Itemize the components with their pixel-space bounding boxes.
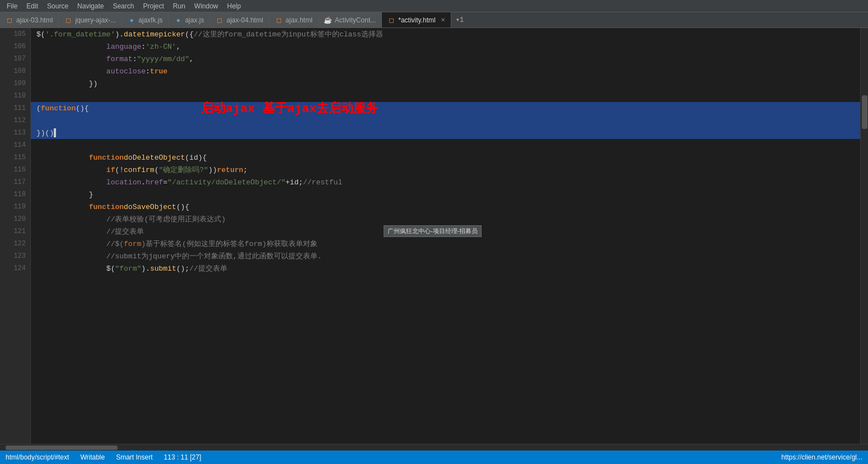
code-line-109: }) [31,77,860,90]
code-line-118: } [31,188,860,201]
tab-label: ajax-03.html [16,16,53,24]
menu-navigate[interactable]: Navigate [73,1,108,11]
statusbar-path: html/body/script/#text [6,453,69,461]
line-num-123: 123 [0,250,30,262]
line-num-115: 115 [0,151,30,164]
menubar: File Edit Source Navigate Search Project… [0,0,868,12]
tab-activitycont[interactable]: ☕ ActivityCont... [319,12,382,28]
code-line-116: if(!confirm("确定删除吗?"))return; [31,164,860,176]
code-line-120: //表单校验(可考虑使用正则表达式) [31,213,860,225]
java-icon: ☕ [324,16,332,24]
code-line-111: (function(){ 启动ajax 基于ajax去启动服务 [31,102,860,114]
tab-jquery-ajax[interactable]: ◻ jquery-ajax-... [59,12,122,28]
statusbar-position: 113 : 11 [27] [164,453,202,461]
code-line-122: //$(form)基于标签名(例如这里的标签名form)称获取表单对象 [31,238,860,250]
scrollbar-thumb[interactable] [862,95,867,129]
menu-help[interactable]: Help [223,1,246,11]
tab-label: ajax-04.html [226,16,263,24]
tab-label: jquery-ajax-... [75,16,116,24]
code-line-123: //submit为jquery中的一个对象函数,通过此函数可以提交表单. [31,250,860,262]
line-num-114: 114 [0,139,30,151]
horizontal-scrollbar[interactable] [0,444,868,451]
code-line-110 [31,90,860,102]
code-lines: $('.form_datetime').datetimepicker({//这里… [31,28,860,444]
line-num-111: 111 [0,102,30,114]
line-num-119: 119 [0,201,30,213]
line-num-118: 118 [0,188,30,201]
line-num-108: 108 [0,65,30,77]
code-line-124: $("form").submit();//提交表单 [31,262,860,275]
line-num-105: 105 [0,28,30,40]
tabbar: ◻ ajax-03.html ◻ jquery-ajax-... ● ajaxf… [0,12,868,28]
tab-more[interactable]: ▾1 [451,16,468,24]
tab-label: ajax.html [286,16,312,24]
menu-file[interactable]: File [2,1,22,11]
js-icon: ● [174,16,182,24]
statusbar: html/body/script/#text Writable Smart In… [0,451,868,464]
line-num-112: 112 [0,114,30,127]
code-line-117: location.href="/activity/doDeleteObject/… [31,176,860,188]
line-num-107: 107 [0,53,30,65]
menu-edit[interactable]: Edit [22,1,43,11]
line-num-116: 116 [0,164,30,176]
statusbar-url: https://clien.net/service/gl... [781,453,862,461]
tab-label: ajax.js [185,16,204,24]
tab-ajax03[interactable]: ◻ ajax-03.html [0,12,59,28]
code-line-119: function doSaveObject(){ [31,201,860,213]
hscroll-thumb[interactable] [6,446,118,450]
editor: 105 106 107 108 109 110 111 112 113 114 … [0,28,868,444]
code-line-106: language: 'zh-CN', [31,40,860,53]
html-icon: ◻ [388,16,395,24]
statusbar-right: https://clien.net/service/gl... [781,453,862,461]
menu-run[interactable]: Run [169,1,190,11]
menu-project[interactable]: Project [138,1,168,11]
line-num-122: 122 [0,238,30,250]
tab-activity[interactable]: ◻ *activity.html ✕ [382,12,451,28]
code-area[interactable]: $('.form_datetime').datetimepicker({//这里… [31,28,860,444]
line-num-109: 109 [0,77,30,90]
code-line-114 [31,139,860,151]
html-icon: ◻ [275,16,283,24]
line-num-106: 106 [0,40,30,53]
tab-ajaxfk[interactable]: ● ajaxfk.js [122,12,169,28]
menu-window[interactable]: Window [190,1,223,11]
line-num-124: 124 [0,262,30,275]
tab-label: *activity.html [398,16,435,24]
js-icon: ● [128,16,136,24]
tab-label: ActivityCont... [335,16,376,24]
tab-ajax-js[interactable]: ● ajax.js [169,12,210,28]
html-icon: ◻ [64,16,72,24]
code-line-107: format: "yyyy/mm/dd", [31,53,860,65]
line-num-120: 120 [0,213,30,225]
statusbar-insert-mode: Smart Insert [116,453,152,461]
menu-source[interactable]: Source [43,1,73,11]
code-line-113: })() [31,127,860,139]
code-line-112 [31,114,860,127]
line-num-121: 121 [0,225,30,238]
statusbar-writable: Writable [80,453,105,461]
code-line-105: $('.form_datetime').datetimepicker({//这里… [31,28,860,40]
html-icon: ◻ [6,16,13,24]
tab-close-icon[interactable]: ✕ [441,17,445,23]
tab-ajax-html[interactable]: ◻ ajax.html [269,12,319,28]
tab-ajax04[interactable]: ◻ ajax-04.html [210,12,269,28]
code-line-108: autoclose: true [31,65,860,77]
menu-search[interactable]: Search [108,1,138,11]
html-icon: ◻ [216,16,223,24]
vertical-scrollbar[interactable] [860,28,868,444]
code-line-115: function doDeleteObject(id){ [31,151,860,164]
line-numbers: 105 106 107 108 109 110 111 112 113 114 … [0,28,31,444]
tab-label: ajaxfk.js [138,16,162,24]
line-num-113: 113 [0,127,30,139]
line-num-110: 110 [0,90,30,102]
line-num-117: 117 [0,176,30,188]
code-line-121: //提交表单 广州疯狂北中心-项目经理-招募员 [31,225,860,238]
